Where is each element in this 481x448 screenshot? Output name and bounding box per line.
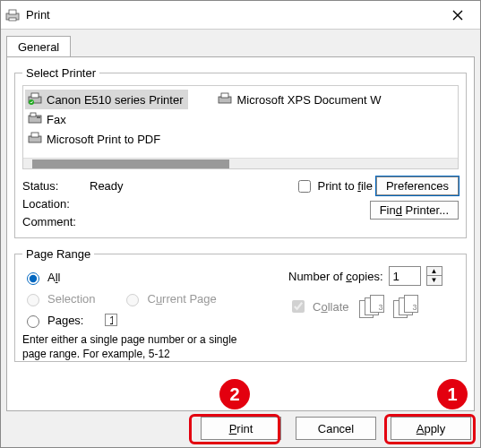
print-button[interactable]: Print: [201, 417, 281, 440]
radio-pages-label: Pages:: [47, 314, 101, 327]
tab-strip: General: [1, 30, 480, 56]
window-title: Print: [26, 8, 439, 22]
tab-general[interactable]: General: [6, 36, 71, 57]
status-label: Status:: [22, 179, 90, 193]
select-printer-legend: Select Printer: [22, 66, 99, 80]
radio-all-label: All: [47, 271, 60, 284]
collate-input: [292, 300, 305, 313]
printer-icon: [27, 132, 43, 147]
radio-current-page-input: [126, 294, 139, 306]
radio-selection-label: Selection: [47, 292, 95, 306]
printer-item-canon[interactable]: Canon E510 series Printer: [25, 90, 188, 109]
comment-label: Comment:: [22, 215, 90, 228]
svg-rect-2: [9, 18, 16, 21]
printer-item-mspdf[interactable]: Microsoft Print to PDF: [25, 129, 188, 149]
print-to-file-label: Print to file: [317, 179, 372, 193]
print-dialog: Print General Select Printer Canon E510 …: [0, 0, 481, 448]
collate-checkbox: Collate 123 123: [288, 295, 459, 318]
pages-input[interactable]: [105, 314, 117, 326]
printer-icon: [27, 92, 43, 108]
collate-label: Collate: [313, 300, 348, 314]
print-to-file-input[interactable]: [298, 180, 311, 193]
page-range-group: Page Range All Selection Curr: [14, 247, 467, 362]
printer-item-xps[interactable]: Microsoft XPS Document W: [215, 90, 386, 109]
printer-list[interactable]: Canon E510 series Printer Fax Microsoft …: [22, 85, 459, 169]
radio-current-page: Current Page: [122, 288, 216, 309]
radio-all[interactable]: All: [22, 266, 288, 288]
copies-spinner[interactable]: ▲▼: [426, 266, 442, 286]
fax-icon: [27, 112, 43, 127]
dialog-buttons: Print Cancel Apply: [201, 417, 471, 440]
radio-pages[interactable]: Pages:: [22, 309, 288, 331]
svg-rect-1: [9, 10, 16, 14]
printer-item-label: Microsoft XPS Document W: [236, 93, 381, 107]
printer-item-fax[interactable]: Fax: [25, 109, 188, 129]
print-to-file-checkbox[interactable]: Print to file: [295, 177, 372, 195]
printer-item-label: Fax: [47, 113, 66, 126]
apply-button[interactable]: Apply: [391, 417, 471, 440]
page-range-legend: Page Range: [22, 247, 94, 261]
horizontal-scrollbar[interactable]: [23, 158, 458, 168]
spinner-down-icon[interactable]: ▼: [427, 276, 442, 285]
printer-item-label: Microsoft Print to PDF: [47, 133, 160, 146]
select-printer-group: Select Printer Canon E510 series Printer…: [14, 66, 467, 238]
radio-selection-input: [27, 294, 39, 306]
radio-all-input[interactable]: [27, 272, 39, 285]
preferences-button[interactable]: Preferences: [376, 177, 459, 195]
spinner-up-icon[interactable]: ▲: [427, 267, 442, 276]
radio-current-page-label: Current Page: [147, 292, 216, 306]
radio-selection: Selection: [22, 288, 95, 309]
collate-icon: 123 123: [359, 295, 420, 318]
tab-panel-general: Select Printer Canon E510 series Printer…: [6, 56, 475, 411]
copies-input[interactable]: [389, 266, 421, 286]
svg-rect-12: [221, 93, 228, 98]
find-printer-button[interactable]: Find Printer...: [370, 201, 459, 220]
printer-item-label: Canon E510 series Printer: [47, 93, 183, 107]
status-block: Status:Ready Location: Comment:: [22, 177, 279, 230]
status-value: Ready: [90, 179, 124, 193]
radio-pages-input[interactable]: [27, 315, 39, 328]
copies-label: Number of copies:: [288, 270, 383, 283]
location-label: Location:: [22, 197, 90, 211]
svg-rect-4: [31, 93, 39, 98]
svg-rect-10: [31, 133, 39, 137]
svg-rect-7: [30, 113, 36, 116]
printer-icon: [217, 92, 233, 108]
cancel-button[interactable]: Cancel: [296, 417, 376, 440]
titlebar: Print: [1, 1, 480, 30]
page-range-hint: Enter either a single page number or a s…: [22, 332, 237, 361]
close-button[interactable]: [439, 2, 477, 29]
svg-rect-8: [37, 116, 40, 118]
printer-icon: [4, 9, 21, 22]
